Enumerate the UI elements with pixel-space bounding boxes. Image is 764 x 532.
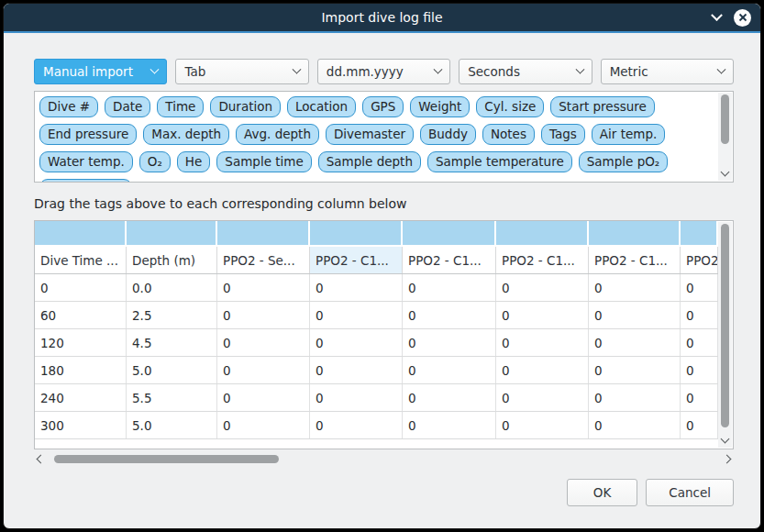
column-header: PPO2 - C1... xyxy=(310,247,403,273)
tag-max-depth[interactable]: Max. depth xyxy=(143,124,229,145)
titlebar[interactable]: Import dive log file xyxy=(4,4,760,31)
column-header: Depth (m) xyxy=(127,247,217,273)
scroll-down-icon[interactable] xyxy=(721,435,730,444)
combo-label: Metric xyxy=(610,64,648,79)
scrollbar-thumb[interactable] xyxy=(54,455,279,463)
tag-divemaster[interactable]: Divemaster xyxy=(326,124,414,145)
combo-tab[interactable]: Tab xyxy=(175,59,308,84)
scrollbar-thumb[interactable] xyxy=(721,94,729,144)
table-cell: 0 xyxy=(310,357,403,383)
scroll-left-icon[interactable] xyxy=(37,455,46,464)
tag-notes[interactable]: Notes xyxy=(482,124,535,145)
tag-list: Dive #DateTimeDurationLocationGPSWeightC… xyxy=(35,92,733,182)
drop-cell[interactable] xyxy=(35,221,127,245)
tag-sample-temperature[interactable]: Sample temperature xyxy=(427,151,572,172)
tag-tags[interactable]: Tags xyxy=(541,124,585,145)
table-cell: 2.5 xyxy=(127,302,217,328)
cancel-button[interactable]: Cancel xyxy=(646,479,734,506)
table-cell: 0 xyxy=(589,329,681,356)
tag-gps[interactable]: GPS xyxy=(362,96,404,117)
table-cell: 0 xyxy=(310,302,403,328)
table-cell: 0 xyxy=(681,302,718,328)
combo-dd-mm-yyyy[interactable]: dd.mm.yyyy xyxy=(317,59,450,84)
drop-cell[interactable] xyxy=(496,221,589,245)
table-cell: 0 xyxy=(217,274,310,301)
table-header-row: Dive Time ...Depth (m)PPO2 - Se...PPO2 -… xyxy=(35,247,718,274)
tag-sample-cns[interactable]: Sample CNS xyxy=(39,179,132,182)
drop-cell[interactable] xyxy=(403,221,496,245)
chevron-down-icon xyxy=(717,64,726,73)
tag-sample-time[interactable]: Sample time xyxy=(216,151,311,172)
scrollbar-thumb[interactable] xyxy=(721,224,729,427)
table-cell: 0 xyxy=(589,357,681,383)
table-cell: 0 xyxy=(310,384,403,411)
tag-area-scrollbar[interactable] xyxy=(718,93,732,181)
table-cell: 0 xyxy=(403,274,496,301)
combo-label: Seconds xyxy=(468,64,520,79)
table-cell: 0 xyxy=(496,329,589,356)
tag-sample-po[interactable]: Sample pO₂ xyxy=(579,151,669,172)
tag-o[interactable]: O₂ xyxy=(139,151,171,172)
table-cell: 120 xyxy=(35,329,127,356)
column-header: PPO2 - C1... xyxy=(403,247,496,273)
chevron-down-icon[interactable] xyxy=(711,9,723,21)
combo-row: Manual importTabdd.mm.yyyySecondsMetric xyxy=(34,59,734,84)
tag-sample-depth[interactable]: Sample depth xyxy=(318,151,421,172)
tag-duration[interactable]: Duration xyxy=(210,96,281,117)
tag-weight[interactable]: Weight xyxy=(410,96,470,117)
tag-start-pressure[interactable]: Start pressure xyxy=(550,96,655,117)
tag-time[interactable]: Time xyxy=(157,96,204,117)
combo-seconds[interactable]: Seconds xyxy=(459,59,592,84)
table-row: 00.0000000 xyxy=(35,274,718,302)
table-cell: 0 xyxy=(217,357,310,383)
close-icon xyxy=(738,13,747,22)
instruction-text: Drag the tags above to each correspondin… xyxy=(34,196,734,211)
table-horizontal-scrollbar[interactable] xyxy=(34,452,734,466)
table-cell: 0 xyxy=(310,274,403,301)
tag-location[interactable]: Location xyxy=(287,96,356,117)
tag-water-temp[interactable]: Water temp. xyxy=(39,151,133,172)
ok-button[interactable]: OK xyxy=(567,479,637,506)
tag-he[interactable]: He xyxy=(177,151,210,172)
combo-manual-import[interactable]: Manual import xyxy=(34,59,167,84)
table-row: 2405.5000000 xyxy=(35,384,718,412)
scroll-down-icon[interactable] xyxy=(721,168,730,177)
tag-dive[interactable]: Dive # xyxy=(39,96,98,117)
tag-buddy[interactable]: Buddy xyxy=(420,124,476,145)
tag-air-temp[interactable]: Air temp. xyxy=(592,124,665,145)
table-cell: 0 xyxy=(310,412,403,438)
drop-cell[interactable] xyxy=(589,221,681,245)
table-cell: 0 xyxy=(496,357,589,383)
chevron-down-icon xyxy=(150,64,160,73)
tag-avg-depth[interactable]: Avg. depth xyxy=(236,124,319,145)
table-cell: 300 xyxy=(35,412,127,438)
tag-end-pressure[interactable]: End pressure xyxy=(39,124,137,145)
table-row: 602.5000000 xyxy=(35,302,718,329)
drop-cell[interactable] xyxy=(310,221,403,245)
combo-label: dd.mm.yyyy xyxy=(327,64,404,79)
combo-metric[interactable]: Metric xyxy=(601,59,734,84)
drop-cell[interactable] xyxy=(681,221,718,245)
drop-cell[interactable] xyxy=(127,221,217,245)
table-cell: 180 xyxy=(35,357,127,383)
table-body: 00.0000000602.50000001204.50000001805.00… xyxy=(35,274,718,439)
chevron-down-icon xyxy=(292,64,301,73)
table-cell: 0.0 xyxy=(127,274,217,301)
scroll-right-icon[interactable] xyxy=(723,455,732,464)
table-vertical-scrollbar[interactable] xyxy=(718,222,732,448)
table-cell: 0 xyxy=(589,384,681,411)
column-header: PPO2 xyxy=(681,247,718,273)
close-button[interactable] xyxy=(734,9,751,27)
table-cell: 0 xyxy=(310,329,403,356)
table-cell: 0 xyxy=(681,329,718,356)
table-cell: 0 xyxy=(681,412,718,438)
table-cell: 4.5 xyxy=(127,329,217,356)
drop-cell[interactable] xyxy=(217,221,310,245)
tag-cyl-size[interactable]: Cyl. size xyxy=(476,96,544,117)
table-cell: 0 xyxy=(217,412,310,438)
table-cell: 0 xyxy=(403,384,496,411)
tag-date[interactable]: Date xyxy=(105,96,150,117)
drop-target-row xyxy=(35,221,718,245)
tag-area: Dive #DateTimeDurationLocationGPSWeightC… xyxy=(34,91,734,183)
dialog-content: Manual importTabdd.mm.yyyySecondsMetric … xyxy=(4,33,760,528)
